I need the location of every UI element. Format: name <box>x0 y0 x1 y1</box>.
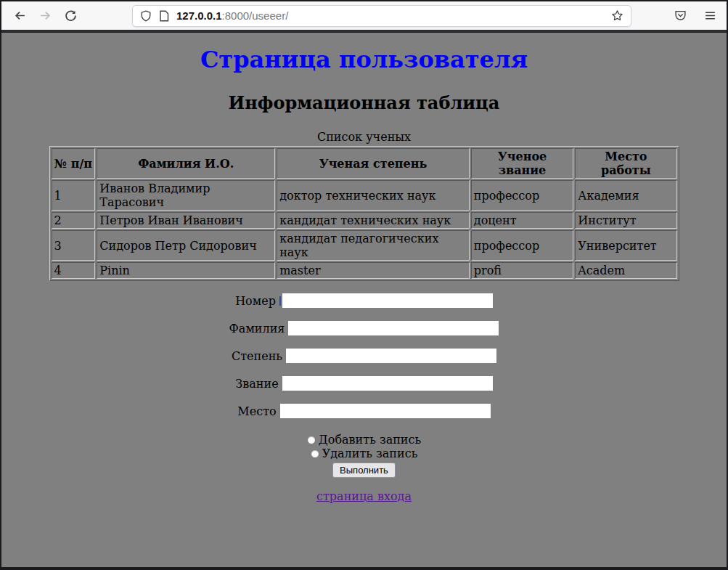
number-input[interactable] <box>282 293 493 308</box>
action-radio-group: Добавить запись Удалить запись <box>1 433 727 460</box>
execute-button[interactable]: Выполнить <box>332 463 396 478</box>
link-row: страница входа <box>1 489 727 503</box>
reload-icon <box>65 9 77 22</box>
bookmark-star-button[interactable] <box>611 9 623 22</box>
toolbar-right-group <box>674 9 719 22</box>
page-title: Страница пользователя <box>1 46 727 73</box>
cell: 1 <box>52 180 96 211</box>
page-info-icon[interactable] <box>159 10 169 22</box>
table-row: 4 Pinin master profi Academ <box>52 262 677 279</box>
surname-label: Фамилия <box>229 322 285 335</box>
cell: кандидат технических наук <box>277 212 470 229</box>
cell: Петров Иван Иванович <box>97 212 275 229</box>
form-row-place: Место <box>1 404 727 418</box>
url-host: 127.0.0.1 <box>176 9 222 22</box>
text-caret <box>279 296 281 306</box>
place-input[interactable] <box>280 404 491 418</box>
pocket-button[interactable] <box>674 9 687 22</box>
back-icon <box>14 9 26 22</box>
page-content: Страница пользователя Информационная таб… <box>1 33 727 567</box>
add-record-label: Добавить запись <box>319 433 421 447</box>
record-form: Номер Фамилия Степень Звание Место Добав… <box>1 293 727 478</box>
col-header: Ученая степень <box>277 148 470 179</box>
delete-record-radio[interactable] <box>311 449 319 458</box>
submit-row: Выполнить <box>1 463 727 478</box>
cell: кандидат педагогических наук <box>277 230 470 261</box>
radio-line-delete: Удалить запись <box>1 447 727 460</box>
table-row: 1 Иванов Владимир Тарасович доктор техни… <box>52 180 677 211</box>
login-page-link[interactable]: страница входа <box>316 489 412 503</box>
url-bar[interactable]: 127.0.0.1:8000/useeer/ <box>132 5 631 27</box>
scientists-table: Список ученых № п/п Фамилия И.О. Ученая … <box>49 130 679 281</box>
cell: 2 <box>52 212 96 229</box>
cell: Иванов Владимир Тарасович <box>97 180 275 211</box>
star-icon <box>611 9 623 22</box>
cell: профессор <box>471 180 573 211</box>
cell: доцент <box>471 212 573 229</box>
menu-button[interactable] <box>704 9 716 22</box>
browser-toolbar: 127.0.0.1:8000/useeer/ <box>1 1 727 32</box>
forward-button[interactable] <box>34 5 56 27</box>
table-row: 3 Сидоров Петр Сидорович кандидат педаго… <box>52 230 677 261</box>
place-label: Место <box>237 404 276 418</box>
cell: Pinin <box>97 262 275 279</box>
reload-button[interactable] <box>60 5 81 27</box>
cell: доктор технических наук <box>277 180 470 211</box>
cell: profi <box>471 262 573 279</box>
delete-record-label: Удалить запись <box>322 447 418 460</box>
table-header-row: № п/п Фамилия И.О. Ученая степень Ученое… <box>52 148 677 179</box>
number-label: Номер <box>235 294 276 308</box>
cell: master <box>277 262 470 279</box>
form-row-rank: Звание <box>1 376 727 391</box>
surname-input[interactable] <box>288 321 499 335</box>
form-row-degree: Степень <box>1 349 727 363</box>
cell: Институт <box>575 212 676 229</box>
col-header: № п/п <box>52 148 96 179</box>
pocket-icon <box>674 9 687 22</box>
col-header: Место работы <box>575 148 676 179</box>
table-caption: Список ученых <box>49 130 679 146</box>
col-header: Фамилия И.О. <box>97 148 275 179</box>
table-row: 2 Петров Иван Иванович кандидат техничес… <box>52 212 677 229</box>
shield-icon[interactable] <box>140 10 152 22</box>
form-row-number: Номер <box>1 293 727 308</box>
cell: Сидоров Петр Сидорович <box>97 230 275 261</box>
cell: Университет <box>575 230 676 261</box>
add-record-radio[interactable] <box>307 436 316 444</box>
rank-label: Звание <box>235 377 278 391</box>
cell: 4 <box>52 262 96 279</box>
url-path: :8000/useeer/ <box>222 9 289 22</box>
cell: профессор <box>471 230 573 261</box>
degree-label: Степень <box>232 349 282 363</box>
cell: Academ <box>575 262 676 279</box>
rank-input[interactable] <box>282 376 493 391</box>
col-header: Ученое звание <box>471 148 573 179</box>
forward-icon <box>39 9 52 22</box>
hamburger-icon <box>704 9 716 22</box>
page-subtitle: Информационная таблица <box>1 92 727 113</box>
cell: 3 <box>52 230 96 261</box>
back-button[interactable] <box>9 5 30 27</box>
url-text: 127.0.0.1:8000/useeer/ <box>176 9 288 22</box>
form-row-surname: Фамилия <box>1 321 727 335</box>
cell: Академия <box>575 180 676 211</box>
radio-line-add: Добавить запись <box>1 433 727 447</box>
degree-input[interactable] <box>286 349 496 363</box>
